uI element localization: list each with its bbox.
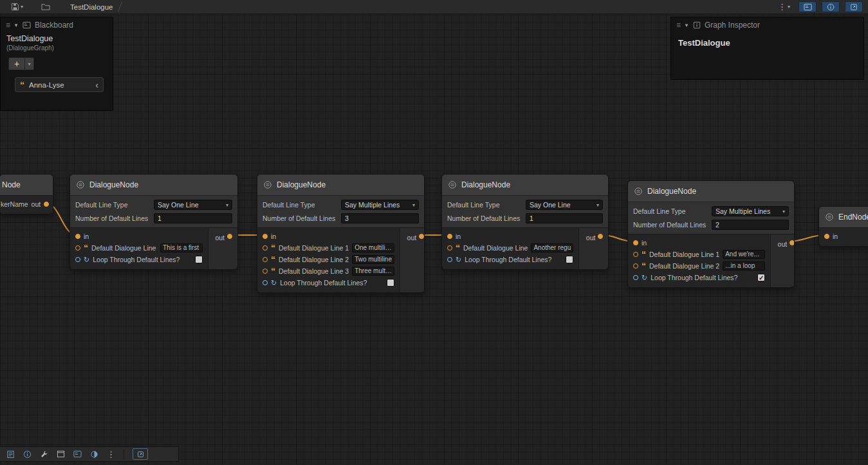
window-button[interactable] (57, 450, 65, 458)
drag-handle-icon[interactable]: ≡ (676, 21, 680, 30)
line-type-dropdown[interactable]: Say Multiple Lines ▾ (712, 206, 789, 216)
quote-icon: “ (271, 268, 275, 274)
node-title: EndNode (838, 213, 868, 222)
document-panel-button[interactable] (6, 450, 15, 459)
dialogue-line-port[interactable] (263, 257, 268, 262)
graph-type: (DialogueGraph) (1, 43, 113, 53)
out-port-label: out (778, 240, 788, 248)
info-panel-button[interactable] (23, 450, 32, 459)
loop-icon: ↻ (271, 280, 277, 286)
prop-label: Default Line Type (75, 201, 154, 209)
out-port[interactable] (790, 240, 795, 245)
loop-checkbox[interactable] (195, 256, 203, 263)
dialogue-line-input[interactable]: ...in a loop (723, 261, 765, 270)
loop-port[interactable] (633, 275, 638, 280)
blackboard-header[interactable]: ≡ ▼ Blackboard (1, 17, 113, 33)
node-title-bar[interactable]: Node (0, 175, 53, 195)
line-type-dropdown[interactable]: Say One Line ▾ (526, 200, 603, 210)
dialogue-node-icon (448, 180, 457, 189)
dialogue-node-4[interactable]: DialogueNode Default Line Type Say Multi… (627, 180, 795, 288)
port-label: Default Dialogue Line 1 (649, 251, 719, 258)
blackboard-panel[interactable]: ≡ ▼ Blackboard TestDialogue (DialogueGra… (0, 17, 113, 111)
dialogue-line-input[interactable]: Another regu (531, 243, 573, 252)
collapse-caret-icon[interactable]: ▼ (684, 23, 689, 28)
inspector-header[interactable]: ≡ ▼ Graph Inspector (671, 17, 863, 33)
inspected-graph-name: TestDialogue (671, 33, 863, 53)
num-default-lines-field[interactable]: 1 (526, 213, 603, 223)
out-port-label: out (215, 234, 225, 242)
node-properties: Default Line Type Say One Line ▾ Number … (442, 195, 608, 227)
out-port[interactable] (44, 202, 49, 207)
dialogue-node-3[interactable]: DialogueNode Default Line Type Say One L… (441, 174, 609, 270)
node-title-bar[interactable]: DialogueNode (257, 175, 424, 195)
dialogue-line-input[interactable]: Three multilin (352, 267, 394, 276)
dialogue-line-port[interactable] (633, 263, 638, 269)
num-default-lines-field[interactable]: 3 (341, 213, 419, 223)
out-port[interactable] (598, 234, 603, 239)
blackboard-button[interactable] (73, 450, 82, 458)
loop-checkbox[interactable] (566, 256, 573, 263)
open-script-button[interactable] (845, 1, 863, 12)
add-parameter-button[interactable]: + (8, 57, 25, 70)
node-title-bar[interactable]: DialogueNode (628, 181, 794, 202)
num-default-lines-field[interactable]: 2 (712, 220, 789, 230)
loop-icon: ↻ (84, 256, 89, 263)
add-parameter-caret-button[interactable]: ▾ (25, 57, 34, 70)
num-default-lines-field[interactable]: 1 (154, 213, 232, 223)
line-type-dropdown[interactable]: Say One Line ▾ (154, 200, 232, 210)
in-port[interactable] (824, 234, 829, 239)
node-title-bar[interactable]: EndNode (819, 207, 868, 227)
dialogue-line-port[interactable] (263, 269, 268, 274)
line-type-dropdown[interactable]: Say Multiple Lines ▾ (341, 200, 419, 210)
node-title-bar[interactable]: DialogueNode (70, 175, 237, 195)
open-external-button[interactable] (133, 448, 148, 460)
loop-port[interactable] (263, 280, 268, 285)
loop-port[interactable] (75, 257, 80, 262)
in-port[interactable] (447, 234, 452, 239)
toggle-blackboard-button[interactable] (799, 1, 817, 12)
out-port[interactable] (419, 234, 424, 239)
more-options-button[interactable]: ⋮ (107, 450, 115, 459)
speaker-node-clipped[interactable]: Node kerName out (0, 174, 53, 214)
dialogue-node-1[interactable]: DialogueNode Default Line Type Say One L… (69, 174, 238, 270)
dialogue-node-2[interactable]: DialogueNode Default Line Type Say Multi… (257, 174, 425, 293)
prop-label: Default Line Type (263, 201, 341, 209)
in-port-label: in (642, 239, 647, 247)
loop-checkbox[interactable]: ✓ (757, 274, 765, 281)
out-port-label: out (586, 234, 596, 242)
graph-inspector-panel[interactable]: ≡ ▼ Graph Inspector TestDialogue (670, 17, 864, 80)
inspector-toggle-icon (827, 3, 835, 11)
dialogue-line-input[interactable]: Two multiline (352, 255, 394, 264)
end-node[interactable]: EndNode in (818, 206, 868, 247)
out-port[interactable] (227, 234, 232, 239)
out-port-label: out (407, 234, 417, 242)
dialogue-line-port[interactable] (75, 245, 80, 251)
dialogue-line-port[interactable] (447, 245, 452, 251)
collapse-caret-icon[interactable]: ▼ (14, 23, 19, 28)
in-port[interactable] (75, 234, 80, 239)
dialogue-line-input[interactable]: And we're... (723, 250, 765, 259)
drag-handle-icon[interactable]: ≡ (6, 21, 10, 30)
prop-label: Default Line Type (633, 207, 712, 215)
tools-button[interactable] (40, 450, 48, 459)
open-folder-button[interactable] (38, 0, 53, 14)
loop-checkbox[interactable] (387, 279, 394, 287)
dialogue-line-port[interactable] (633, 252, 638, 257)
dropdown-value: Say Multiple Lines (716, 207, 770, 215)
expand-chevron-icon[interactable]: ‹ (95, 80, 98, 90)
save-button[interactable]: ▾ (8, 0, 26, 14)
quote-icon: “ (271, 245, 275, 251)
dialogue-line-port[interactable] (263, 245, 268, 251)
dialogue-line-input[interactable]: One multiline (352, 243, 394, 252)
parameter-anna-lyse[interactable]: “ Anna-Lyse ‹ (15, 77, 104, 92)
preview-toggle-button[interactable] (90, 450, 98, 459)
quote-icon: “ (642, 263, 646, 269)
graph-tab[interactable]: TestDialogue (70, 0, 120, 14)
in-port[interactable] (263, 234, 268, 239)
toggle-inspector-button[interactable] (822, 1, 840, 12)
overflow-menu-button[interactable]: ⋮ ▾ (775, 0, 793, 14)
loop-port[interactable] (447, 257, 452, 262)
in-port[interactable] (633, 240, 638, 245)
node-title-bar[interactable]: DialogueNode (442, 175, 608, 195)
dialogue-line-input[interactable]: This is a first (160, 243, 203, 252)
